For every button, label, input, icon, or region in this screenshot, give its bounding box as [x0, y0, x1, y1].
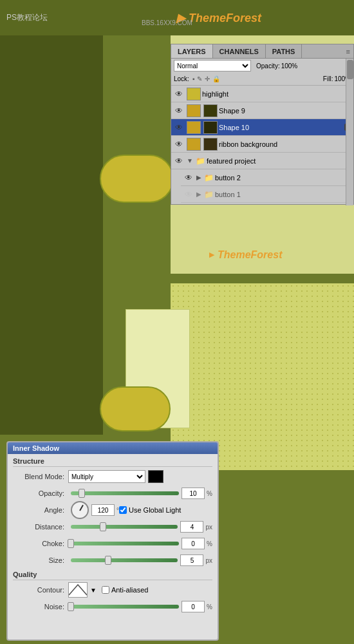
layer-name: highlight	[202, 90, 352, 98]
group-arrow-icon[interactable]: ▶	[196, 191, 201, 198]
layer-row[interactable]: 👁 ▶ 📁 button 2	[181, 169, 353, 186]
anti-aliased-text: Anti-aliased	[111, 586, 148, 594]
lock-row: Lock: ▪ ✎ ✛ 🔒 Fill: 100%	[171, 73, 353, 86]
layer-mask	[203, 138, 218, 151]
banner-subtitle: BBS.16XX9.COM	[142, 19, 192, 26]
distance-slider[interactable]	[71, 525, 178, 529]
choke-form-row: Choke: %	[13, 536, 212, 551]
lock-all-icon[interactable]: 🔒	[212, 75, 220, 82]
choke-slider[interactable]	[71, 542, 179, 545]
layer-name: button 2	[215, 174, 352, 182]
folder-icon: 📁	[204, 173, 214, 182]
structure-section: Structure	[13, 457, 212, 467]
opacity-form-label: Opacity:	[13, 489, 64, 497]
layer-name: Shape 10	[219, 124, 343, 131]
lock-transparent-icon[interactable]: ▪	[192, 75, 195, 82]
scroll-thumb[interactable]	[347, 60, 353, 79]
choke-unit: %	[207, 540, 212, 547]
size-input[interactable]	[180, 554, 203, 566]
size-slider-thumb[interactable]	[105, 556, 111, 565]
folder-icon: 📁	[196, 156, 205, 166]
noise-unit: %	[207, 603, 212, 611]
layer-row[interactable]: 👁 ▶ 📁 button 1	[181, 186, 353, 203]
distance-slider-thumb[interactable]	[100, 522, 106, 531]
angle-input[interactable]	[91, 504, 115, 516]
opacity-label: Opacity:	[256, 62, 280, 70]
choke-label: Choke:	[13, 540, 64, 547]
layer-row[interactable]: 👁 highlight	[171, 86, 353, 102]
inner-shadow-title: Inner Shadow	[8, 442, 218, 454]
layer-thumb	[187, 138, 201, 151]
panel-menu-icon[interactable]: ≡	[343, 48, 353, 55]
global-light-checkbox[interactable]	[119, 506, 127, 514]
inner-shadow-blend-select[interactable]: Multiply Normal Screen	[68, 470, 145, 483]
noise-form-row: Noise: %	[13, 600, 212, 614]
eye-icon[interactable]: 👁	[172, 156, 185, 166]
eye-icon[interactable]: 👁	[172, 123, 185, 132]
eye-icon[interactable]: 👁	[182, 190, 195, 199]
lock-paint-icon[interactable]: ✎	[197, 75, 202, 82]
layer-row[interactable]: 👁 ▼ 📁 featured project	[171, 153, 353, 169]
distance-unit: px	[205, 524, 212, 531]
layer-row[interactable]: 👁 ribbon background	[171, 136, 353, 153]
noise-input[interactable]	[182, 601, 205, 612]
layer-row[interactable]: 👁 Shape 10 fx	[171, 119, 353, 136]
noise-label: Noise:	[13, 603, 64, 611]
size-label: Size:	[13, 556, 64, 564]
layers-panel: LAYERS CHANNELS PATHS ≡ Normal Multiply …	[171, 44, 354, 205]
layer-thumb	[187, 88, 201, 100]
blend-mode-form-row: Blend Mode: Multiply Normal Screen	[13, 469, 212, 484]
angle-dial[interactable]	[71, 501, 89, 519]
tf-logo-canvas: ▶ ThemeForest	[171, 240, 354, 269]
angle-needle	[79, 505, 84, 511]
opacity-form-row: Opacity: 10 %	[13, 486, 212, 500]
quality-section: Quality	[13, 571, 212, 580]
opacity-slider[interactable]	[71, 491, 179, 495]
group-arrow-icon[interactable]: ▼	[187, 157, 193, 164]
contour-dropdown-icon[interactable]: ▼	[90, 587, 97, 594]
distance-label: Distance:	[13, 523, 64, 531]
layer-color-swatch	[187, 121, 201, 134]
rounded-shape-top	[100, 155, 174, 203]
tf-arrow-canvas: ▶	[209, 251, 214, 259]
global-light-label: Use Global Light	[119, 506, 181, 514]
anti-aliased-checkbox[interactable]	[102, 586, 109, 594]
lock-icons: ▪ ✎ ✛ 🔒	[192, 75, 221, 82]
contour-label: Contour:	[13, 586, 64, 594]
tab-channels[interactable]: CHANNELS	[213, 44, 266, 58]
blend-mode-select[interactable]: Normal Multiply Screen	[174, 60, 251, 71]
contour-thumb[interactable]	[68, 582, 88, 598]
blend-mode-row: Normal Multiply Screen Opacity: 100%	[171, 59, 353, 73]
panel-tabs: LAYERS CHANNELS PATHS ≡	[171, 44, 353, 59]
opacity-input[interactable]: 10	[182, 488, 205, 499]
color-swatch[interactable]	[148, 470, 163, 483]
distance-form-row: Distance: px	[13, 520, 212, 534]
contour-form-row: Contour: ▼ Anti-aliased	[13, 583, 212, 597]
noise-slider-thumb[interactable]	[68, 602, 74, 611]
tab-layers[interactable]: LAYERS	[171, 44, 213, 58]
choke-slider-thumb[interactable]	[68, 539, 74, 548]
layer-row[interactable]: 👁 Shape 9	[171, 102, 353, 119]
noise-slider[interactable]	[71, 605, 179, 609]
eye-icon[interactable]: 👁	[172, 90, 185, 99]
lock-move-icon[interactable]: ✛	[205, 75, 210, 82]
opacity-slider-thumb[interactable]	[79, 489, 85, 498]
size-slider[interactable]	[71, 558, 178, 562]
tab-paths[interactable]: PATHS	[266, 44, 303, 58]
eye-icon[interactable]: 👁	[182, 173, 195, 182]
layer-mask	[203, 104, 218, 117]
blend-mode-form-label: Blend Mode:	[13, 473, 64, 480]
panel-scrollbar[interactable]	[346, 59, 353, 205]
size-unit: px	[205, 557, 212, 564]
lock-label: Lock:	[174, 75, 189, 82]
inner-shadow-panel: Inner Shadow Structure Blend Mode: Multi…	[6, 441, 219, 641]
eye-icon[interactable]: 👁	[172, 106, 185, 115]
choke-input[interactable]	[182, 538, 205, 549]
top-banner: PS教程论坛 BBS.16XX9.COM ▶ ThemeForest	[0, 0, 354, 35]
distance-input[interactable]	[180, 521, 203, 533]
group-arrow-icon[interactable]: ▶	[196, 174, 201, 181]
rounded-shape-bottom	[100, 386, 171, 431]
eye-icon[interactable]: 👁	[172, 140, 185, 149]
size-form-row: Size: px	[13, 553, 212, 567]
angle-form-row: Angle: ° Use Global Light	[13, 503, 212, 517]
